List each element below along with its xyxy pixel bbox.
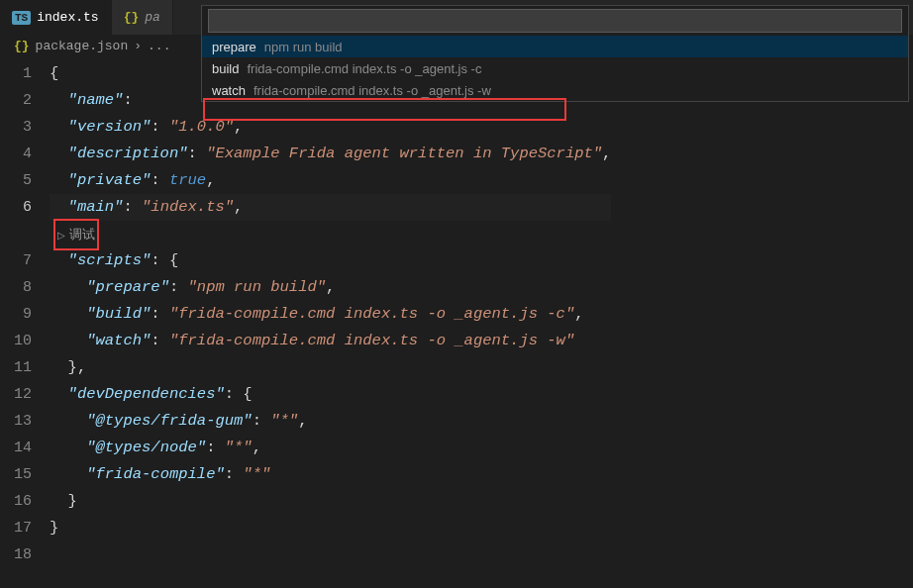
dropdown-item-prepare[interactable]: prepare npm run build [202, 36, 908, 57]
command-dropdown: prepare npm run build build frida-compil… [201, 5, 909, 102]
code-area[interactable]: { "name": "version": "1.0.0", "descripti… [50, 56, 611, 588]
dropdown-input[interactable] [208, 9, 902, 33]
dropdown-item-desc: npm run build [264, 40, 343, 54]
breadcrumb-more: ... [148, 39, 170, 53]
dropdown-item-name: watch [212, 83, 246, 98]
json-icon: {} [124, 10, 140, 25]
json-icon: {} [14, 39, 30, 53]
line-number: 17 [0, 515, 32, 541]
breadcrumb-file: package.json [36, 39, 129, 53]
line-number: 6 [0, 194, 32, 221]
line-number: 15 [0, 461, 32, 488]
breadcrumb-sep: › [134, 39, 142, 53]
line-number: 11 [0, 354, 32, 381]
line-number: 2 [0, 87, 32, 114]
line-number: 4 [0, 141, 32, 167]
line-number: 7 [0, 247, 32, 274]
ts-icon: TS [12, 11, 31, 25]
line-number: 9 [0, 301, 32, 328]
dropdown-item-build[interactable]: build frida-compile.cmd index.ts -o _age… [202, 57, 908, 79]
line-number: 3 [0, 114, 32, 141]
tab-label: pa [145, 10, 160, 25]
line-number: 5 [0, 167, 32, 194]
dropdown-item-desc: frida-compile.cmd index.ts -o _agent.js … [247, 61, 481, 76]
line-number: 12 [0, 381, 32, 408]
editor: 1 2 3 4 5 6 7 8 9 10 11 12 13 14 15 16 1… [0, 56, 913, 588]
line-number: 1 [0, 60, 32, 87]
tab-package-json[interactable]: {} pa [112, 0, 173, 35]
line-number: 18 [0, 541, 32, 568]
tab-index-ts[interactable]: TS index.ts [0, 0, 112, 35]
dropdown-item-desc: frida-compile.cmd index.ts -o _agent.js … [254, 83, 491, 98]
line-number: 13 [0, 408, 32, 435]
line-number: 16 [0, 488, 32, 515]
dropdown-item-watch[interactable]: watch frida-compile.cmd index.ts -o _age… [202, 79, 908, 101]
line-gutter: 1 2 3 4 5 6 7 8 9 10 11 12 13 14 15 16 1… [0, 56, 50, 588]
line-number: 14 [0, 435, 32, 461]
dropdown-item-name: prepare [212, 40, 256, 54]
dropdown-item-name: build [212, 61, 239, 76]
line-number: 10 [0, 328, 32, 354]
play-icon: ▷ [57, 230, 65, 241]
tab-label: index.ts [37, 10, 98, 25]
codelens-debug[interactable]: ▷ 调试 [50, 221, 611, 247]
line-number: 8 [0, 274, 32, 301]
